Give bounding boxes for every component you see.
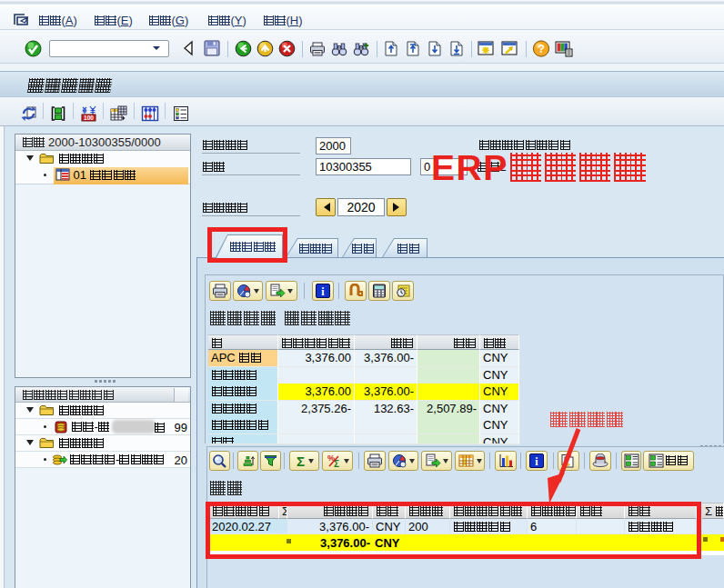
svg-text:?: ?	[538, 43, 545, 55]
svg-text:100: 100	[84, 115, 94, 121]
svg-text:Σ: Σ	[297, 453, 305, 468]
